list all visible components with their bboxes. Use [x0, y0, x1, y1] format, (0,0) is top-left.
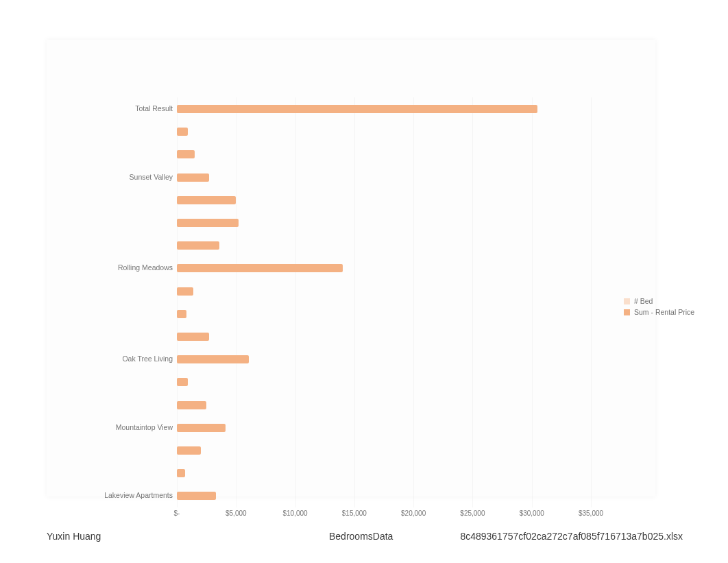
footer-author: Yuxin Huang	[47, 531, 101, 542]
x-tick: $35,000	[579, 510, 603, 517]
bar[interactable]	[177, 333, 209, 341]
bar-slot	[177, 189, 605, 211]
legend-swatch-rental	[624, 309, 630, 315]
y-axis-label: Oak Tree Living	[53, 348, 177, 370]
bar-slot	[177, 394, 605, 416]
footer-filename: 8c489361757cf02ca272c7af085f716713a7b025…	[460, 531, 683, 542]
bar[interactable]	[177, 492, 216, 500]
bar[interactable]	[177, 264, 343, 272]
chart-panel: Total ResultSunset ValleyRolling Meadows…	[47, 40, 655, 496]
bar[interactable]	[177, 105, 537, 113]
x-tick: $25,000	[460, 510, 485, 517]
legend-item-rental: Sum - Rental Price	[624, 307, 699, 318]
bar-slot	[177, 348, 605, 370]
page-footer: Yuxin Huang BedroomsData 8c489361757cf02…	[0, 531, 728, 547]
x-tick: $10,000	[282, 510, 307, 517]
y-axis-label: Sunset Valley	[53, 166, 177, 189]
bar-slot	[177, 370, 605, 393]
x-tick: $30,000	[520, 510, 544, 517]
bar-slot	[177, 302, 605, 325]
bar-slot	[177, 484, 605, 507]
bar-slot	[177, 211, 605, 234]
legend-label: # Bed	[634, 297, 653, 305]
bar-slot	[177, 166, 605, 189]
y-axis-labels: Total ResultSunset ValleyRolling Meadows…	[47, 97, 177, 507]
bar[interactable]	[177, 378, 188, 386]
bar[interactable]	[177, 219, 239, 227]
legend-item-bed: # Bed	[624, 296, 699, 307]
x-tick: $15,000	[342, 510, 367, 517]
bar[interactable]	[177, 128, 188, 136]
bar-slot	[177, 280, 605, 302]
x-tick: $5,000	[226, 510, 247, 517]
footer-sheet: BedroomsData	[329, 531, 393, 542]
bar-slot	[177, 416, 605, 439]
bar[interactable]	[177, 310, 186, 318]
bar-slot	[177, 462, 605, 484]
legend: # Bed Sum - Rental Price	[624, 296, 699, 318]
x-axis: $-$5,000$10,000$15,000$20,000$25,000$30,…	[177, 510, 605, 519]
bar[interactable]	[177, 424, 226, 432]
bar[interactable]	[177, 401, 206, 409]
bar-slot	[177, 120, 605, 143]
x-tick: $-	[174, 510, 180, 517]
bar-slot	[177, 97, 605, 120]
y-axis-label: Mountaintop View	[53, 416, 177, 439]
y-axis-label: Lakeview Apartments	[53, 484, 177, 507]
bar[interactable]	[177, 469, 185, 477]
legend-swatch-bed	[624, 298, 630, 304]
bar[interactable]	[177, 446, 201, 455]
bar-slot	[177, 325, 605, 348]
y-axis-label: Rolling Meadows	[53, 256, 177, 279]
bar-slot	[177, 234, 605, 256]
bar-slot	[177, 143, 605, 165]
bar[interactable]	[177, 287, 193, 296]
bar[interactable]	[177, 173, 209, 182]
y-axis-label: Total Result	[53, 97, 177, 120]
legend-label: Sum - Rental Price	[634, 308, 694, 316]
bar[interactable]	[177, 355, 249, 363]
bar-slot	[177, 439, 605, 462]
bar[interactable]	[177, 150, 195, 158]
bar-slot	[177, 256, 605, 279]
bar[interactable]	[177, 241, 219, 250]
bar[interactable]	[177, 196, 236, 204]
bars-container	[177, 97, 605, 507]
x-tick: $20,000	[401, 510, 426, 517]
